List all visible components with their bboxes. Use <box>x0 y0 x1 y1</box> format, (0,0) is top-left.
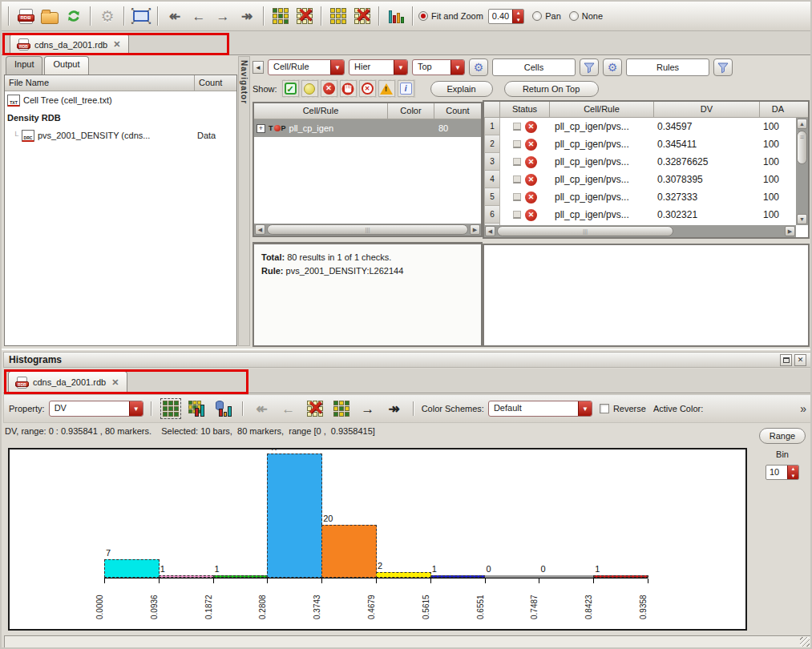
expand-icon[interactable]: + <box>257 124 265 133</box>
hist-tab-cdns-da-2001-rdb[interactable]: RDB cdns_da_2001.rdb ✕ <box>8 371 127 393</box>
show-info-toggle[interactable]: i <box>398 80 414 97</box>
column-status[interactable]: Status <box>500 102 550 117</box>
rules-filter-field[interactable]: Rules <box>626 58 709 76</box>
histogram-bar[interactable] <box>159 575 214 578</box>
group-by-combo[interactable]: Cell/Rule ▼ <box>268 59 345 75</box>
row-checkbox[interactable] <box>513 123 521 131</box>
row-number[interactable]: 2 <box>484 135 500 153</box>
result-row[interactable]: 6✕pll_cp_igen/pvs...0.302321100 <box>484 206 796 224</box>
row-checkbox[interactable] <box>513 140 521 148</box>
histogram-grid-button[interactable] <box>186 397 208 420</box>
histogram-bar[interactable] <box>321 525 377 578</box>
refresh-button[interactable] <box>63 5 85 27</box>
file-row[interactable]: └DRCpvs_2001_DENSITY (cdns...Data <box>5 127 236 144</box>
show-pass-toggle[interactable]: ✓ <box>282 80 299 97</box>
tab-output[interactable]: Output <box>44 56 88 75</box>
spin-down-icon[interactable]: ▼ <box>513 17 523 24</box>
bin-spin-arrows[interactable]: ▲▼ <box>787 466 798 479</box>
select-markers-grid-button[interactable] <box>269 5 292 27</box>
none-radio[interactable] <box>569 11 579 21</box>
tab-close-icon[interactable]: ✕ <box>111 377 119 388</box>
dropdown-arrow-icon[interactable]: ▼ <box>394 60 407 75</box>
row-checkbox[interactable] <box>513 211 521 219</box>
row-number[interactable]: 4 <box>484 171 500 188</box>
histogram-bar[interactable] <box>430 575 486 578</box>
zero-bin-line[interactable] <box>485 575 540 578</box>
first-bar-button[interactable]: ↞ <box>251 397 273 420</box>
resize-grip[interactable] <box>800 637 810 647</box>
select-grid-button[interactable] <box>330 397 353 420</box>
dropdown-arrow-icon[interactable]: ▼ <box>129 401 143 416</box>
scroll-up-icon[interactable]: ▲ <box>797 119 807 129</box>
show-stop-toggle[interactable] <box>340 80 357 97</box>
row-number[interactable]: 6 <box>484 206 500 224</box>
navigator-collapse-button[interactable]: ◄ <box>252 61 264 74</box>
scroll-left-icon[interactable]: ◀ <box>485 226 495 236</box>
tab-input[interactable]: Input <box>6 56 42 75</box>
cellrule-hscrollbar[interactable]: ◀ ▶ <box>254 224 481 236</box>
column-color[interactable]: Color <box>388 103 434 119</box>
results-vscrollbar[interactable]: ▲ ▼ <box>796 118 808 225</box>
return-on-top-button[interactable]: Return On Top <box>504 81 599 97</box>
scrollbar-thumb[interactable] <box>497 226 673 236</box>
open-folder-button[interactable] <box>38 5 61 27</box>
clear-markers-grid-button[interactable]: ✕ <box>293 5 316 27</box>
scroll-right-icon[interactable]: ▶ <box>470 224 480 235</box>
property-combo[interactable]: DV ▼ <box>49 401 143 417</box>
spin-down-icon[interactable]: ▼ <box>788 473 798 480</box>
reverse-checkbox[interactable] <box>600 404 609 413</box>
toolbar-overflow-chevron[interactable]: » <box>800 402 806 415</box>
dropdown-arrow-icon[interactable]: ▼ <box>330 60 344 75</box>
explain-button[interactable]: Explain <box>430 81 493 97</box>
select-all-grid-button[interactable] <box>327 5 349 27</box>
column-file-name[interactable]: File Name <box>5 75 195 91</box>
rules-filter-button[interactable] <box>713 58 733 76</box>
dropdown-arrow-icon[interactable]: ▼ <box>578 401 592 416</box>
result-row[interactable]: 3✕pll_cp_igen/pvs...0.32876625100 <box>484 153 796 171</box>
bin-spinbox[interactable]: 10 ▲▼ <box>766 465 799 480</box>
row-checkbox[interactable] <box>513 193 521 201</box>
pan-radio[interactable] <box>532 11 542 21</box>
histogram-plot[interactable]: 7114720210010.00000.09360.18720.28080.37… <box>8 448 747 631</box>
show-notrun-toggle[interactable]: ✕ <box>359 80 376 97</box>
histogram-view-button[interactable] <box>385 5 407 27</box>
hier-combo[interactable]: Hier ▼ <box>349 59 408 75</box>
column-cellrule[interactable]: Cell/Rule <box>550 102 654 117</box>
prev-bar-button[interactable]: ← <box>277 397 300 420</box>
clear-all-grid-button[interactable]: ✕ <box>351 5 374 27</box>
go-first-button[interactable]: ↞ <box>164 5 186 27</box>
histogram-db-button[interactable] <box>212 397 235 420</box>
dropdown-arrow-icon[interactable]: ▼ <box>450 60 464 75</box>
results-hscrollbar[interactable]: ◀ ▶ <box>484 225 796 237</box>
row-checkbox[interactable] <box>513 175 521 183</box>
scrollbar-thumb[interactable] <box>797 131 807 164</box>
go-last-button[interactable]: ↠ <box>236 5 258 27</box>
file-row[interactable]: Density RDB <box>5 109 236 127</box>
show-warning-toggle[interactable] <box>378 80 395 97</box>
zero-bin-line[interactable] <box>539 575 594 578</box>
next-bar-button[interactable]: → <box>357 397 379 420</box>
result-row[interactable]: 4✕pll_cp_igen/pvs...0.3078395100 <box>484 171 796 188</box>
close-panel-button[interactable]: ✕ <box>794 354 806 366</box>
range-button[interactable]: Range <box>759 428 806 444</box>
show-error-toggle[interactable]: ✕ <box>321 80 337 97</box>
cells-filter-field[interactable]: Cells <box>492 58 576 76</box>
go-prev-button[interactable]: ← <box>188 5 210 27</box>
scroll-right-icon[interactable]: ▶ <box>785 226 795 236</box>
float-panel-button[interactable] <box>780 354 792 366</box>
result-row[interactable]: 2✕pll_cp_igen/pvs...0.345411100 <box>484 135 796 153</box>
column-da[interactable]: DA <box>760 102 796 117</box>
row-number[interactable]: 5 <box>484 188 500 206</box>
spin-up-icon[interactable]: ▲ <box>513 10 523 17</box>
file-row[interactable]: TXTCell Tree (cell_tree.txt) <box>5 91 236 109</box>
scrollbar-thumb[interactable] <box>267 224 468 235</box>
histogram-bar[interactable] <box>213 575 269 578</box>
column-count[interactable]: Count <box>195 75 236 91</box>
clear-selection-button[interactable]: ✕ <box>304 397 326 420</box>
top-combo[interactable]: Top ▼ <box>412 59 465 75</box>
result-row[interactable]: 1✕pll_cp_igen/pvs...0.34597100 <box>484 118 796 135</box>
row-number[interactable]: 1 <box>484 118 500 135</box>
histogram-bar[interactable] <box>104 559 160 578</box>
row-number[interactable]: 3 <box>484 153 500 171</box>
histogram-bar[interactable] <box>593 575 648 578</box>
